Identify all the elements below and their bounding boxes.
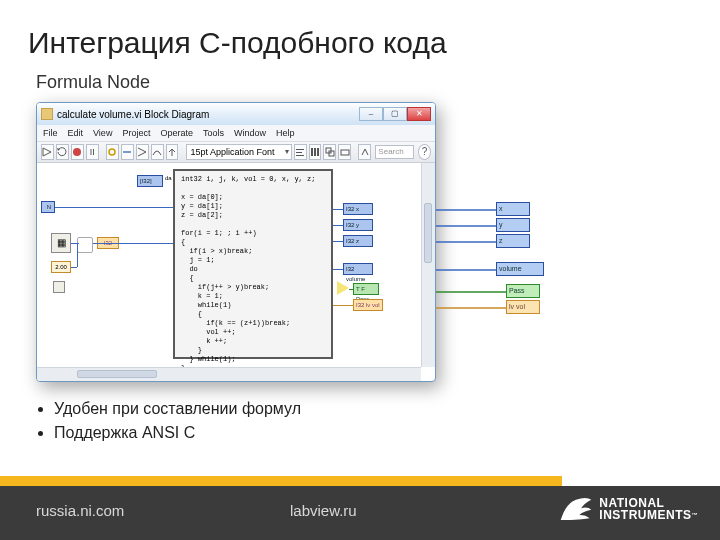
- svg-rect-2: [123, 151, 131, 153]
- pass-output-terminal[interactable]: T F Pass: [353, 283, 379, 295]
- eagle-icon: [559, 494, 593, 524]
- svg-rect-11: [341, 150, 349, 155]
- z-output-terminal[interactable]: I32 z: [343, 235, 373, 247]
- step-over-button[interactable]: [151, 144, 164, 160]
- n-terminal[interactable]: N: [41, 201, 55, 213]
- bullet-list: Удобен при составлении формул Поддержка …: [36, 400, 301, 448]
- align-button[interactable]: [294, 144, 307, 160]
- outer-volume-indicator[interactable]: volume: [496, 262, 544, 276]
- close-button[interactable]: ✕: [407, 107, 431, 121]
- pause-button[interactable]: II: [86, 144, 99, 160]
- svg-rect-3: [296, 149, 304, 150]
- abort-button[interactable]: [71, 144, 84, 160]
- svg-rect-7: [314, 148, 316, 156]
- footer-url-russia: russia.ni.com: [36, 502, 124, 519]
- window-title: calculate volume.vi Block Diagram: [57, 109, 209, 120]
- menu-file[interactable]: File: [43, 128, 58, 138]
- svg-rect-4: [296, 152, 302, 153]
- x-output-terminal[interactable]: I32 x: [343, 203, 373, 215]
- outer-lvvol-indicator[interactable]: lv vol: [506, 300, 540, 314]
- maximize-button[interactable]: ▢: [383, 107, 407, 121]
- array-build-node[interactable]: ▦: [51, 233, 71, 253]
- bullet-1: Удобен при составлении формул: [54, 400, 301, 418]
- menu-edit[interactable]: Edit: [68, 128, 84, 138]
- svg-rect-5: [296, 155, 304, 156]
- run-continuous-button[interactable]: [56, 144, 69, 160]
- distribute-button[interactable]: [309, 144, 322, 160]
- menu-help[interactable]: Help: [276, 128, 295, 138]
- brand-tm: ™: [692, 512, 699, 518]
- window-icon: [41, 108, 53, 120]
- da-input-label: da: [165, 175, 172, 181]
- coerce-node[interactable]: [77, 237, 93, 253]
- step-into-button[interactable]: [136, 144, 149, 160]
- outer-pass-indicator[interactable]: Pass: [506, 284, 540, 298]
- window-titlebar[interactable]: calculate volume.vi Block Diagram – ▢ ✕: [37, 103, 435, 125]
- footer-url-labview: labview.ru: [290, 502, 357, 519]
- svg-point-0: [73, 148, 81, 156]
- slide-subtitle: Formula Node: [36, 72, 150, 93]
- slide-title: Интеграция С-подобного кода: [28, 26, 447, 60]
- outer-x-indicator[interactable]: x: [496, 202, 530, 216]
- lvvol-output-terminal[interactable]: I32 lv vol: [353, 299, 383, 311]
- labview-window: calculate volume.vi Block Diagram – ▢ ✕ …: [36, 102, 436, 382]
- menu-view[interactable]: View: [93, 128, 112, 138]
- toolbar: II 15pt Application Font Search ?: [37, 141, 435, 163]
- equal-compare-node[interactable]: [337, 281, 349, 295]
- while-loop-iter[interactable]: [53, 281, 65, 293]
- search-input[interactable]: Search: [375, 145, 414, 159]
- reorder-button[interactable]: [338, 144, 351, 160]
- menu-tools[interactable]: Tools: [203, 128, 224, 138]
- da-input-terminal[interactable]: [I32]: [137, 175, 163, 187]
- svg-point-1: [109, 149, 115, 155]
- menu-bar: File Edit View Project Operate Tools Win…: [37, 125, 435, 141]
- bullet-2: Поддержка ANSI C: [54, 424, 301, 442]
- y-output-terminal[interactable]: I32 y: [343, 219, 373, 231]
- svg-rect-8: [317, 148, 319, 156]
- svg-rect-6: [311, 148, 313, 156]
- ni-logo: NATIONAL INSTRUMENTS™: [559, 494, 698, 524]
- step-out-button[interactable]: [166, 144, 179, 160]
- menu-operate[interactable]: Operate: [160, 128, 193, 138]
- horizontal-scrollbar[interactable]: [37, 367, 421, 381]
- outer-y-indicator[interactable]: y: [496, 218, 530, 232]
- brand-bottom: INSTRUMENTS: [599, 508, 691, 522]
- block-diagram-canvas[interactable]: int32 i, j, k, vol = 0, x, y, z; x = da[…: [37, 163, 421, 367]
- minimize-button[interactable]: –: [359, 107, 383, 121]
- menu-window[interactable]: Window: [234, 128, 266, 138]
- highlight-exec-button[interactable]: [106, 144, 119, 160]
- footer-accent-bar: [0, 476, 720, 486]
- menu-project[interactable]: Project: [122, 128, 150, 138]
- retain-wire-button[interactable]: [121, 144, 134, 160]
- resize-button[interactable]: [323, 144, 336, 160]
- font-dropdown[interactable]: 15pt Application Font: [186, 144, 292, 160]
- vertical-scrollbar[interactable]: [421, 163, 435, 367]
- footer: russia.ni.com labview.ru NATIONAL INSTRU…: [0, 486, 720, 540]
- formula-node[interactable]: int32 i, j, k, vol = 0, x, y, z; x = da[…: [173, 169, 333, 359]
- outer-z-indicator[interactable]: z: [496, 234, 530, 248]
- context-help-button[interactable]: ?: [418, 144, 431, 160]
- cleanup-button[interactable]: [358, 144, 371, 160]
- constant-two[interactable]: 2.00: [51, 261, 71, 273]
- run-button[interactable]: [41, 144, 54, 160]
- volume-output-terminal[interactable]: I32 volume: [343, 263, 373, 275]
